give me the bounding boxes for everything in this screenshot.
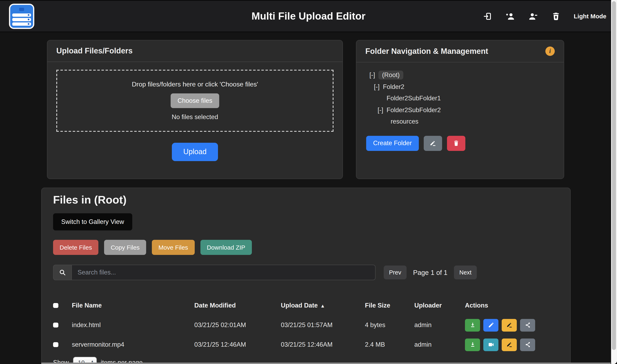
bulk-actions-row: Delete Files Copy Files Move Files Downl… [53, 240, 559, 255]
folder-panel-title: Folder Navigation & Management [365, 47, 488, 56]
app-window: Multi File Upload Editor [0, 0, 617, 364]
upload-button[interactable]: Upload [172, 143, 218, 161]
rename-file-button[interactable] [502, 319, 517, 331]
logout-button[interactable] [482, 11, 493, 21]
page-indicator: Page 1 of 1 [413, 269, 448, 276]
share-file-button[interactable] [520, 319, 535, 331]
tree-item-folder2[interactable]: [-] Folder2 [366, 81, 554, 92]
server-chip [19, 8, 24, 11]
rename-icon [506, 341, 512, 348]
share-file-button[interactable] [520, 338, 535, 351]
files-table: File Name Date Modified Upload Date▲ Fil… [53, 296, 559, 354]
row-actions [465, 319, 559, 331]
row-checkbox[interactable] [53, 323, 58, 328]
file-dropzone[interactable]: Drop files/folders here or click 'Choose… [56, 70, 334, 132]
header-cell-name[interactable]: File Name [72, 302, 194, 309]
collapse-toggle-icon[interactable]: [-] [378, 106, 385, 114]
add-user-button[interactable] [505, 11, 515, 21]
copy-files-button[interactable]: Copy Files [104, 240, 146, 255]
remove-user-button[interactable] [528, 11, 538, 21]
select-all-checkbox[interactable] [53, 303, 58, 308]
rename-icon [429, 140, 436, 147]
switch-gallery-view-button[interactable]: Switch to Gallery View [53, 213, 132, 230]
folder-tree: [-] (Root) [-] Folder2 Folder2SubFolder1… [356, 62, 564, 158]
edit-icon [488, 322, 494, 328]
restore-trash-button[interactable] [551, 11, 561, 21]
file-uploader: admin [414, 341, 465, 348]
file-name[interactable]: servermonitor.mp4 [72, 341, 194, 348]
folder-panel-header: Folder Navigation & Management i [356, 40, 564, 62]
light-mode-toggle[interactable]: Light Mode [574, 13, 606, 20]
tree-item-label[interactable]: Folder2SubFolder2 [387, 106, 441, 114]
search-icon-box [53, 265, 72, 280]
file-name[interactable]: index.html [72, 321, 194, 329]
rename-folder-button[interactable] [424, 136, 442, 151]
header-cell-actions: Actions [465, 302, 559, 309]
header-cell-size[interactable]: File Size [365, 302, 414, 309]
no-files-text: No files selected [172, 113, 218, 121]
search-input[interactable] [72, 265, 376, 280]
create-folder-button[interactable]: Create Folder [366, 136, 419, 151]
file-uploaded: 03/21/25 12:46AM [281, 341, 365, 348]
app-header: Multi File Upload Editor [0, 0, 617, 33]
download-file-button[interactable] [465, 338, 480, 351]
server-led [27, 14, 29, 16]
upload-panel: Upload Files/Folders Drop files/folders … [47, 40, 343, 179]
info-icon[interactable]: i [545, 47, 555, 56]
delete-folder-button[interactable] [447, 136, 465, 151]
file-uploader: admin [414, 321, 465, 329]
tree-item-label[interactable]: Folder2SubFolder1 [387, 95, 441, 102]
video-icon [488, 341, 494, 348]
download-icon [469, 341, 476, 348]
collapse-toggle-icon[interactable]: [-] [369, 72, 376, 79]
row-checkbox[interactable] [53, 342, 58, 347]
search-row: Prev Page 1 of 1 Next [53, 265, 559, 280]
logout-icon [483, 11, 492, 21]
file-modified: 03/21/25 02:01AM [194, 321, 281, 329]
server-top [12, 7, 31, 12]
share-icon [524, 341, 531, 348]
tree-item-folder2subfolder1[interactable]: Folder2SubFolder1 [366, 92, 554, 104]
tree-item-label[interactable]: (Root) [378, 71, 403, 80]
download-file-button[interactable] [465, 319, 480, 331]
sort-asc-icon: ▲ [320, 303, 325, 309]
play-video-button[interactable] [483, 338, 498, 351]
tree-item-folder2subfolder2[interactable]: [-] Folder2SubFolder2 [366, 104, 554, 116]
tree-item-label[interactable]: resources [391, 118, 418, 125]
header-cell-checkbox [53, 303, 72, 308]
file-uploaded: 03/21/25 01:57AM [281, 321, 365, 329]
search-icon [59, 269, 66, 276]
server-led [27, 23, 29, 25]
collapse-toggle-icon[interactable]: [-] [374, 83, 381, 91]
tree-item-root[interactable]: [-] (Root) [366, 69, 554, 81]
choose-files-button[interactable]: Choose files [171, 93, 219, 108]
server-slot [12, 13, 31, 16]
header-actions: Light Mode [482, 11, 606, 21]
header-cell-uploader[interactable]: Uploader [414, 302, 465, 309]
file-size: 4 bytes [365, 321, 414, 329]
app-logo server-icon [9, 3, 34, 29]
table-row-cell [53, 323, 72, 328]
rename-icon [506, 322, 512, 328]
edit-file-button[interactable] [483, 319, 498, 331]
top-panels-row: Upload Files/Folders Drop files/folders … [47, 40, 617, 179]
tree-item-label[interactable]: Folder2 [383, 83, 404, 91]
scrollbar-track[interactable] [611, 0, 617, 364]
files-panel: Files in (Root) Switch to Gallery View D… [41, 188, 570, 364]
move-files-button[interactable]: Move Files [152, 240, 195, 255]
download-zip-button[interactable]: Download ZIP [200, 240, 252, 255]
upload-panel-body: Drop files/folders here or click 'Choose… [47, 62, 342, 169]
header-cell-modified[interactable]: Date Modified [194, 302, 281, 309]
tree-item-resources[interactable]: resources [366, 116, 554, 128]
prev-page-button[interactable]: Prev [384, 265, 407, 279]
table-row-cell [53, 342, 72, 347]
file-size: 2.4 MB [365, 341, 414, 348]
delete-files-button[interactable]: Delete Files [53, 240, 98, 255]
add-user-icon [505, 11, 515, 21]
next-page-button[interactable]: Next [454, 265, 477, 279]
header-cell-uploaded[interactable]: Upload Date▲ [281, 302, 365, 309]
scrollbar-thumb[interactable] [612, 1, 616, 350]
server-slot [12, 18, 31, 21]
rename-file-button[interactable] [502, 338, 517, 351]
restore-trash-icon [551, 11, 561, 21]
